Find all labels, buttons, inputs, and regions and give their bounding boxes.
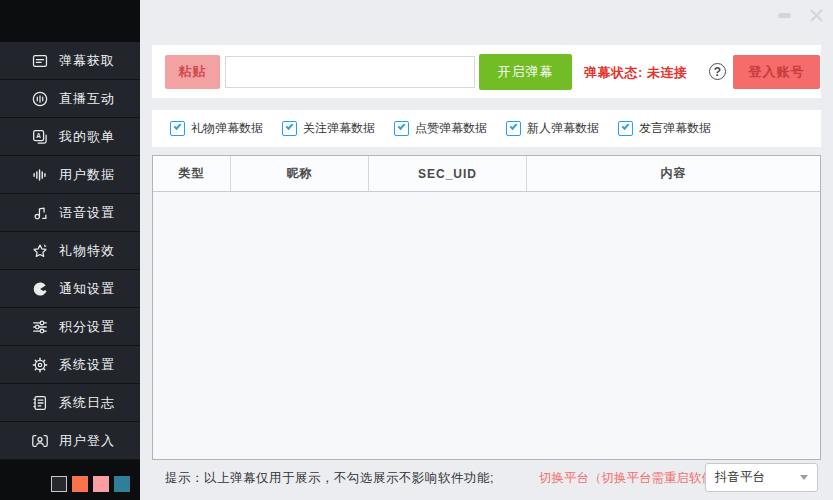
points-icon xyxy=(30,317,50,337)
sidebar-item-label: 我的歌单 xyxy=(59,128,115,146)
chevron-down-icon xyxy=(800,475,808,480)
filter-label: 新人弹幕数据 xyxy=(527,120,599,137)
sidebar-item-label: 用户登入 xyxy=(59,432,115,450)
svg-text:A: A xyxy=(36,132,41,139)
sidebar-menu: 弹幕获取直播互动A我的歌单用户数据语音设置礼物特效通知设置积分设置系统设置系统日… xyxy=(0,42,140,460)
sidebar-item-3[interactable]: 用户数据 xyxy=(0,156,140,194)
filter-label: 点赞弹幕数据 xyxy=(415,120,487,137)
close-button[interactable] xyxy=(799,0,833,30)
checkbox-checked-icon[interactable] xyxy=(282,121,297,136)
sidebar-item-4[interactable]: 语音设置 xyxy=(0,194,140,232)
theme-color-row xyxy=(51,476,130,492)
filter-label: 礼物弹幕数据 xyxy=(191,120,263,137)
sidebar-item-9[interactable]: 系统日志 xyxy=(0,384,140,422)
voice-settings-icon xyxy=(30,203,50,223)
sidebar-item-label: 通知设置 xyxy=(59,280,115,298)
sidebar-item-label: 系统日志 xyxy=(59,394,115,412)
playlist-icon: A xyxy=(30,127,50,147)
sidebar-item-5[interactable]: 礼物特效 xyxy=(0,232,140,270)
live-interaction-icon xyxy=(30,89,50,109)
window-controls xyxy=(769,0,833,30)
user-login-icon xyxy=(30,431,50,451)
paste-button[interactable]: 粘贴 xyxy=(165,55,220,89)
gift-effects-icon xyxy=(30,241,50,261)
help-icon[interactable]: ? xyxy=(709,63,726,80)
connection-status: 弹幕状态: 未连接 xyxy=(584,64,687,82)
sidebar-item-label: 直播互动 xyxy=(59,90,115,108)
close-icon xyxy=(810,9,823,22)
danmaku-list-icon xyxy=(30,51,50,71)
theme-color-swatch-0[interactable] xyxy=(51,476,67,492)
sidebar-item-8[interactable]: 系统设置 xyxy=(0,346,140,384)
checkbox-checked-icon[interactable] xyxy=(170,121,185,136)
theme-color-swatch-1[interactable] xyxy=(72,476,88,492)
system-log-icon xyxy=(30,393,50,413)
checkbox-checked-icon[interactable] xyxy=(506,121,521,136)
sidebar-item-7[interactable]: 积分设置 xyxy=(0,308,140,346)
danmaku-table: 类型昵称SEC_UID内容 xyxy=(152,155,821,460)
minimize-icon xyxy=(778,13,791,18)
login-button[interactable]: 登入账号 xyxy=(733,55,820,89)
sidebar-item-0[interactable]: 弹幕获取 xyxy=(0,42,140,80)
sidebar-item-label: 弹幕获取 xyxy=(59,52,115,70)
hint-text: 提示：以上弹幕仅用于展示，不勾选展示不影响软件功能; xyxy=(165,470,494,487)
sidebar-item-10[interactable]: 用户登入 xyxy=(0,422,140,460)
notification-icon xyxy=(30,279,50,299)
start-danmaku-button[interactable]: 开启弹幕 xyxy=(479,54,572,90)
sidebar-item-1[interactable]: 直播互动 xyxy=(0,80,140,118)
table-column-header-2: SEC_UID xyxy=(369,156,527,191)
filter-label: 发言弹幕数据 xyxy=(639,120,711,137)
checkbox-checked-icon[interactable] xyxy=(394,121,409,136)
sidebar-item-label: 系统设置 xyxy=(59,356,115,374)
checkbox-checked-icon[interactable] xyxy=(618,121,633,136)
table-column-header-3: 内容 xyxy=(527,156,820,191)
filter-panel: 礼物弹幕数据关注弹幕数据点赞弹幕数据新人弹幕数据发言弹幕数据 xyxy=(152,110,821,147)
system-settings-icon xyxy=(30,355,50,375)
table-column-header-0: 类型 xyxy=(153,156,231,191)
filter-checkbox-group-2[interactable]: 点赞弹幕数据 xyxy=(394,120,487,137)
switch-platform-label[interactable]: 切换平台（切换平台需重启软件） xyxy=(539,470,727,487)
sidebar-item-2[interactable]: A我的歌单 xyxy=(0,118,140,156)
table-column-header-1: 昵称 xyxy=(231,156,369,191)
theme-color-swatch-3[interactable] xyxy=(114,476,130,492)
filter-label: 关注弹幕数据 xyxy=(303,120,375,137)
room-url-input[interactable] xyxy=(225,56,475,88)
sidebar-item-label: 积分设置 xyxy=(59,318,115,336)
app-window: { "sidebar": { "items": [ { "label": "弹幕… xyxy=(0,0,833,500)
minimize-button[interactable] xyxy=(769,0,799,30)
filter-checkbox-group-0[interactable]: 礼物弹幕数据 xyxy=(170,120,263,137)
platform-selected-value: 抖音平台 xyxy=(715,469,800,486)
filter-checkbox-group-4[interactable]: 发言弹幕数据 xyxy=(618,120,711,137)
platform-select[interactable]: 抖音平台 xyxy=(705,463,818,492)
sidebar: 弹幕获取直播互动A我的歌单用户数据语音设置礼物特效通知设置积分设置系统设置系统日… xyxy=(0,0,140,500)
toolbar-panel: 粘贴 开启弹幕 弹幕状态: 未连接 ? 登入账号 xyxy=(152,45,821,98)
sidebar-item-6[interactable]: 通知设置 xyxy=(0,270,140,308)
sidebar-item-label: 礼物特效 xyxy=(59,242,115,260)
table-header-row: 类型昵称SEC_UID内容 xyxy=(153,156,820,192)
user-data-icon xyxy=(30,165,50,185)
sidebar-item-label: 语音设置 xyxy=(59,204,115,222)
filter-checkbox-group-3[interactable]: 新人弹幕数据 xyxy=(506,120,599,137)
main-area: 粘贴 开启弹幕 弹幕状态: 未连接 ? 登入账号 礼物弹幕数据关注弹幕数据点赞弹… xyxy=(140,0,833,500)
table-body xyxy=(153,192,820,460)
theme-color-swatch-2[interactable] xyxy=(93,476,109,492)
sidebar-item-label: 用户数据 xyxy=(59,166,115,184)
filter-checkbox-group-1[interactable]: 关注弹幕数据 xyxy=(282,120,375,137)
